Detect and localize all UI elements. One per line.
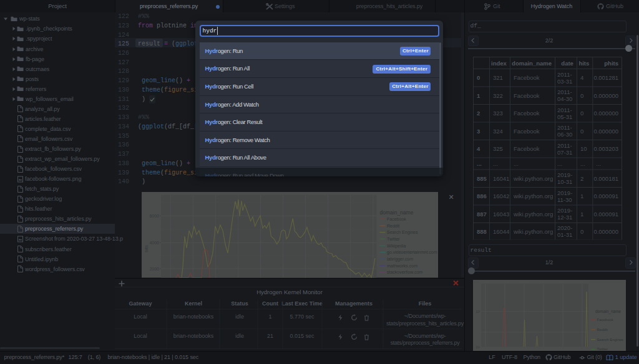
svg-text:2011-: 2011- [557,124,572,131]
svg-text:0: 0 [580,128,583,135]
svg-text:04-30: 04-30 [557,95,572,102]
svg-text:wiki.python.org: wiki.python.org [513,175,553,182]
svg-text:Wikipedia: Wikipedia [387,244,406,249]
svg-text:887: 887 [477,211,487,218]
svg-text:3: 3 [477,128,480,135]
svg-text:domain_name: domain_name [512,60,552,67]
svg-text:2019-: 2019- [557,207,572,214]
svg-text:domain_name: domain_name [595,309,622,314]
svg-text:325: 325 [493,145,503,152]
svg-text:10³: 10³ [476,310,480,314]
svg-text:16044: 16044 [493,228,509,235]
svg-text:Search Engines: Search Engines [387,230,418,235]
svg-text:1: 1 [580,211,583,218]
svg-text:0.000181: 0.000181 [593,175,618,182]
svg-text:885: 885 [477,175,487,182]
svg-text:0.000000: 0.000000 [593,128,618,135]
svg-text:Facebook: Facebook [514,110,540,117]
svg-text:2011-: 2011- [557,142,572,149]
svg-text:2019-: 2019- [557,171,572,178]
svg-text:Reddit: Reddit [387,224,399,228]
svg-text:0: 0 [580,228,583,235]
svg-text:2019-: 2019- [557,189,572,196]
svg-text:322: 322 [493,92,503,99]
svg-text:date: date [561,60,573,67]
svg-text:0.000000: 0.000000 [593,228,618,235]
svg-text:1: 1 [477,92,480,99]
svg-text:16041: 16041 [493,175,509,182]
svg-text:11-30: 11-30 [557,196,572,203]
svg-text:wiki.python.org: wiki.python.org [513,193,553,199]
svg-text:...: ... [557,160,562,167]
svg-text:labrigger.com: labrigger.com [387,257,413,262]
svg-text:12-31: 12-31 [557,214,572,221]
svg-text:index: index [491,60,507,67]
svg-text:...: ... [493,160,498,167]
svg-text:Facebook: Facebook [597,318,613,322]
svg-text:0.001281: 0.001281 [593,74,618,81]
svg-text:Reddit: Reddit [597,328,608,332]
svg-text:0: 0 [580,110,583,117]
svg-text:10¹: 10¹ [476,345,480,349]
svg-text:0.000091: 0.000091 [593,211,618,218]
svg-text:16042: 16042 [493,193,509,199]
svg-text:wiki.python.org: wiki.python.org [513,211,553,218]
svg-text:6000: 6000 [149,214,159,218]
svg-text:324: 324 [493,128,503,135]
svg-text:2011-: 2011- [557,71,572,78]
svg-text:wiki.python.org: wiki.python.org [513,228,553,235]
svg-text:0.000000: 0.000000 [593,92,618,99]
svg-text:hits: hits [144,245,149,252]
svg-text:0.003203: 0.003203 [593,145,618,152]
svg-text:1: 1 [580,193,583,199]
svg-text:...: ... [596,160,601,167]
svg-text:stackoverflow.com: stackoverflow.com [387,270,422,274]
svg-text:2011-: 2011- [557,89,572,95]
svg-text:06-30: 06-30 [557,131,572,138]
svg-text:2: 2 [580,175,583,182]
svg-text:Facebook: Facebook [514,74,540,81]
svg-text:07-31: 07-31 [557,149,572,156]
svg-text:0: 0 [477,74,480,81]
svg-text:Facebook: Facebook [514,92,540,99]
svg-text:4000: 4000 [149,241,159,245]
svg-text:2000: 2000 [149,267,159,271]
svg-text:...: ... [477,160,482,167]
svg-text:10-31: 10-31 [557,178,572,185]
svg-text:10: 10 [580,145,587,152]
svg-text:mathworks.com: mathworks.com [387,264,417,268]
svg-text:...: ... [514,160,519,167]
svg-text:Facebook: Facebook [514,145,540,152]
svg-text:0.000091: 0.000091 [593,193,618,199]
svg-text:domain_name: domain_name [380,209,414,216]
svg-text:2020-: 2020- [557,224,572,231]
svg-text:4: 4 [580,74,583,81]
svg-text:2: 2 [477,110,480,117]
svg-text:16043: 16043 [493,211,509,218]
svg-text:0.000000: 0.000000 [593,110,618,117]
svg-text:2011-: 2011- [557,107,572,113]
svg-text:0: 0 [580,92,583,99]
svg-text:05-31: 05-31 [557,113,572,120]
svg-text:886: 886 [477,193,487,199]
svg-text:4: 4 [477,145,480,152]
svg-text:01-31: 01-31 [557,231,572,238]
svg-text:Twitter: Twitter [387,237,400,241]
svg-text:phits: phits [604,60,618,67]
svg-text:03-31: 03-31 [557,78,572,85]
svg-text:hits: hits [578,60,589,67]
svg-text:go.videoentertainmnt.com: go.videoentertainmnt.com [387,250,437,255]
svg-text:Search Engines: Search Engines [597,338,623,342]
svg-text:323: 323 [493,110,503,117]
svg-text:321: 321 [493,74,503,81]
svg-text:Facebook: Facebook [387,217,406,221]
svg-text:Facebook: Facebook [514,128,540,135]
svg-text:888: 888 [477,228,487,235]
svg-text:...: ... [580,160,585,167]
